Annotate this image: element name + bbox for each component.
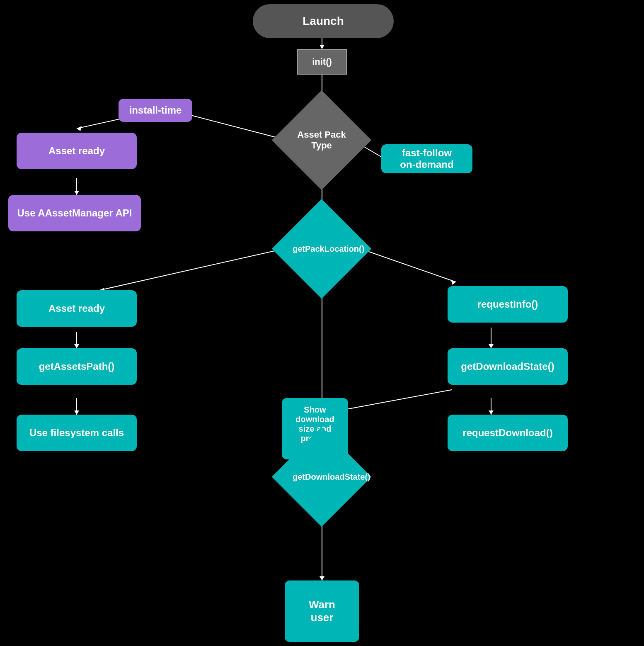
get-pack-location-label: getPackLocation() — [293, 244, 351, 254]
svg-marker-9 — [74, 191, 79, 195]
install-time-node: install-time — [119, 99, 192, 122]
warn-user-node: Warn user — [285, 580, 359, 642]
init-node: init() — [297, 49, 347, 75]
svg-marker-25 — [489, 410, 494, 415]
svg-marker-22 — [489, 344, 494, 348]
asset-ready-teal-node: Asset ready — [17, 290, 137, 327]
svg-marker-20 — [451, 280, 456, 285]
svg-marker-7 — [77, 126, 82, 131]
get-pack-location-diamond: getPackLocation() — [284, 211, 359, 286]
svg-line-4 — [178, 112, 290, 141]
get-download-state-right-label: getDownloadState() — [461, 361, 554, 372]
asset-pack-type-diamond: Asset Pack Type — [284, 103, 359, 177]
use-aasset-node: Use AAssetManager API — [8, 195, 141, 231]
use-aasset-label: Use AAssetManager API — [17, 207, 132, 219]
request-download-node: requestDownload() — [448, 415, 568, 451]
asset-ready-teal-label: Asset ready — [48, 303, 105, 314]
svg-marker-16 — [74, 344, 79, 348]
request-info-node: requestInfo() — [448, 286, 568, 323]
get-download-state-bottom-diamond: getDownloadState() — [284, 440, 359, 514]
fast-follow-node: fast-follow on-demand — [381, 144, 472, 173]
get-download-state-bottom-label: getDownloadState() — [293, 472, 351, 482]
warn-user-label: Warn user — [309, 598, 335, 624]
svg-marker-29 — [320, 576, 324, 580]
launch-node: Launch — [253, 4, 394, 38]
svg-line-23 — [340, 390, 452, 410]
asset-ready-purple-label: Asset ready — [48, 145, 105, 157]
request-download-label: requestDownload() — [462, 427, 552, 439]
svg-line-19 — [361, 249, 456, 282]
fast-follow-label: fast-follow on-demand — [400, 147, 453, 170]
asset-pack-type-label: Asset Pack Type — [293, 129, 351, 151]
svg-marker-18 — [74, 410, 79, 415]
install-time-label: install-time — [129, 104, 182, 116]
use-filesystem-label: Use filesystem calls — [29, 427, 124, 439]
get-assets-path-node: getAssetsPath() — [17, 348, 137, 385]
get-download-state-right-node: getDownloadState() — [448, 348, 568, 385]
svg-line-13 — [99, 249, 284, 290]
use-filesystem-node: Use filesystem calls — [17, 415, 137, 451]
asset-ready-purple-node: Asset ready — [17, 133, 137, 169]
launch-label: Launch — [303, 15, 344, 28]
get-assets-path-label: getAssetsPath() — [39, 361, 115, 372]
svg-marker-1 — [320, 45, 324, 49]
request-info-label: requestInfo() — [477, 299, 538, 310]
init-label: init() — [312, 56, 332, 67]
